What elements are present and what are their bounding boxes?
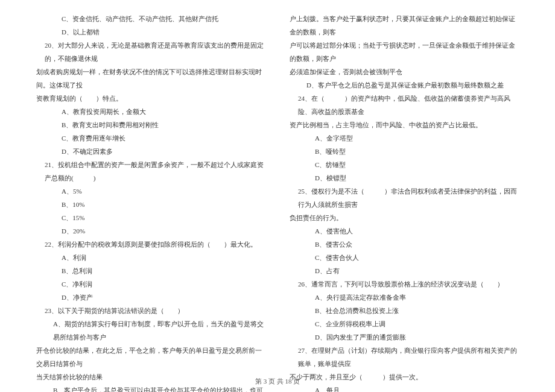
text-line: C、企业所得税税率上调 [290,317,519,330]
text-line: A、5% [36,185,265,198]
text-line: 22、利润分配中的税收筹划原则是要使扣除所得税后的（ ）最大化。 [36,238,265,251]
text-line: D、国内发生了严重的通货膨胀 [290,330,519,344]
page-footer: 第 3 页 共 18 页 [0,377,555,386]
text-line: A、金字塔型 [290,131,519,145]
text-line: 20、对大部分人来说，无论是基础教育还是高等教育应该支出的费用是固定的，不能像退… [36,39,265,65]
text-line: C、资金信托、动产信托、不动产信托、其他财产信托 [36,12,265,25]
text-line: D、不确定因素多 [36,145,265,158]
text-line: B、教育支出时间和费用相对刚性 [36,118,265,131]
text-line: 必须追加保证金，否则就会被强制平仓 [290,65,519,78]
text-line: 21、投机组合中配置的资产一般是闲置多余资产，一般不超过个人或家庭资产总额的( … [36,158,265,185]
text-line: D、梭镖型 [290,171,519,185]
text-line: C、纺锤型 [290,158,519,171]
text-line: A、利润 [36,251,265,264]
text-line: 26、通常而言，下列可以导致股票价格上涨的经济状况变动是（ ） [290,277,519,291]
text-line: B、社会总消费和总投资上涨 [290,304,519,317]
text-line: A、侵害他人 [290,224,519,238]
text-line: 划或者购房规划一样，在财务状况不佳的情况下可以选择推迟理财目标实现时间。这体现了… [36,65,265,92]
text-line: B、侵害公众 [290,238,519,251]
text-line: B、哑铃型 [290,145,519,158]
text-line: B、总利润 [36,264,265,277]
text-line: A、央行提高法定存款准备金率 [290,291,519,304]
text-line: D、以上都错 [36,25,265,39]
left-column: C、资金信托、动产信托、不动产信托、其他财产信托D、以上都错20、对大部分人来说… [36,12,265,392]
text-line: 资教育规划的（ ）特点。 [36,92,265,105]
text-line: 25、侵权行为是不法（ ）非法合同权利或者受法律保护的利益，因而行为人须就所生损… [290,185,519,211]
text-line: 23、以下关于期货的结算说法错误的是（ ） [36,304,265,317]
text-line: 负担责任的行为。 [290,211,519,224]
text-line: 开仓价比较的结果，在此之后，平仓之前，客户每天的单日盈亏是交易所前一交易日结算价… [36,344,265,370]
text-line: 27、在理财产品（计划）存续期内，商业银行应向客户提供所有相关资产的账单，账单提… [290,344,519,370]
text-line: 户可以将超过部分体现；当处于亏损状态时，一旦保证金余额低于维持保证金的数额，则客… [290,39,519,65]
text-line: A、教育投资周期长，金额大 [36,105,265,118]
text-line: C、侵害合伙人 [290,251,519,264]
text-line: 资产比例相当，占主导地位，而中风险、中收益的资产占比最低。 [290,118,519,131]
text-line: D、净资产 [36,291,265,304]
text-line: D、20% [36,224,265,238]
text-line: C、教育费用逐年增长 [36,131,265,145]
text-line: A、期货的结算实行每日盯市制度，即客户以开仓后，当天的盈亏是将交易所结算价与客户 [36,317,265,344]
text-line: D、客户平仓之后的总盈亏是其保证金账户最初数额与最终数额之差 [290,78,519,92]
text-line: B、10% [36,198,265,211]
text-line: C、15% [36,211,265,224]
document-columns: C、资金信托、动产信托、不动产信托、其他财产信托D、以上都错20、对大部分人来说… [36,12,519,392]
right-column: 户上划拨。当客户处于赢利状态时，只要其保证金账户上的金额超过初始保证金的数额，则… [290,12,519,392]
text-line: C、净利润 [36,277,265,291]
text-line: 户上划拨。当客户处于赢利状态时，只要其保证金账户上的金额超过初始保证金的数额，则… [290,12,519,39]
text-line: 24、在（ ）的资产结构中，低风险、低收益的储蓄债券资产与高风险、高收益的股票基… [290,92,519,118]
text-line: D、占有 [290,264,519,277]
